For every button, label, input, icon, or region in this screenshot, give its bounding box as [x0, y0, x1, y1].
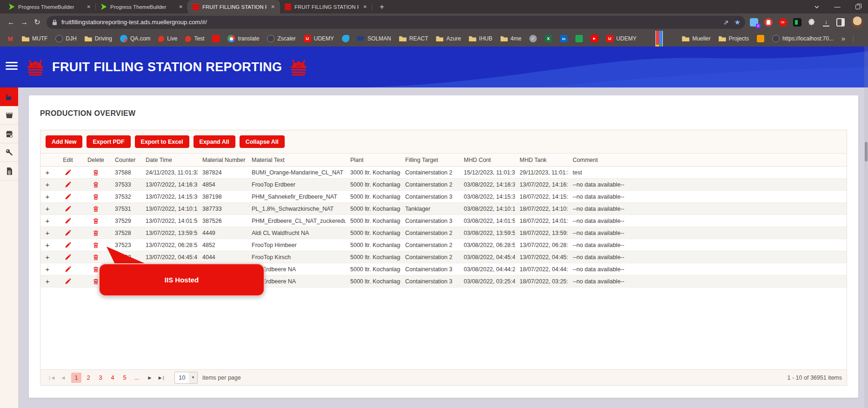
delete-icon[interactable] — [92, 181, 100, 188]
page-size-dropdown[interactable]: 10 ▼ — [174, 372, 198, 384]
expand-row-button[interactable]: + — [46, 277, 50, 285]
minimize-button[interactable]: — — [827, 0, 848, 13]
bookmark-item[interactable]: https://localhost:70... — [772, 35, 834, 42]
sidebar-item-container-station[interactable] — [0, 106, 18, 125]
restore-button[interactable] — [848, 0, 868, 13]
expand-row-button[interactable]: + — [46, 168, 50, 176]
tab-search-chevron-icon[interactable] — [807, 0, 827, 13]
bookmark-item[interactable]: SOLMAN — [357, 35, 391, 42]
column-header-material-number[interactable]: Material Number — [198, 157, 247, 163]
edit-icon[interactable] — [64, 193, 72, 201]
delete-icon[interactable] — [92, 169, 100, 176]
bookmark-item[interactable] — [757, 35, 764, 42]
column-header-delete[interactable]: Delete — [81, 157, 110, 163]
pager-page[interactable]: ... — [132, 373, 142, 383]
collapse-all-button[interactable]: Collapse All — [240, 135, 285, 148]
bookmark-item[interactable]: DJH — [55, 35, 76, 42]
column-header-comment[interactable]: Comment — [568, 157, 633, 163]
expand-row-button[interactable]: + — [46, 253, 50, 261]
edit-icon[interactable] — [64, 241, 72, 249]
edit-icon[interactable] — [64, 254, 72, 261]
edit-icon[interactable] — [64, 205, 72, 213]
extension-hand-icon[interactable] — [764, 18, 773, 27]
extensions-puzzle-icon[interactable] — [808, 18, 816, 27]
extension-infinity-icon[interactable]: ∞ — [779, 18, 787, 27]
bookmark-item[interactable]: MUTF — [22, 35, 47, 42]
delete-icon[interactable] — [92, 193, 100, 201]
tab-close-icon[interactable]: ✕ — [178, 4, 184, 10]
forward-button[interactable]: → — [18, 18, 31, 27]
edit-icon[interactable] — [64, 169, 72, 176]
column-header-plant[interactable]: Plant — [346, 157, 401, 163]
delete-icon[interactable] — [92, 217, 100, 225]
bookmark-item[interactable]: Test — [185, 35, 204, 42]
address-bar[interactable]: fruitfillingstationreporting-test.ads.mu… — [47, 16, 745, 29]
delete-icon[interactable] — [92, 241, 100, 249]
bookmark-item[interactable]: Projects — [719, 35, 749, 42]
pager-page[interactable]: 4 — [107, 373, 118, 383]
bookmark-item[interactable]: Zscaler — [267, 35, 295, 42]
add-new-button[interactable]: Add New — [46, 135, 82, 148]
tab-close-icon[interactable]: ✕ — [362, 4, 368, 10]
expand-row-button[interactable]: + — [46, 193, 50, 201]
bookmark-item[interactable]: IHUB — [469, 35, 493, 42]
expand-row-button[interactable]: + — [46, 265, 50, 273]
download-icon[interactable]: ↓ — [823, 18, 829, 27]
export-pdf-button[interactable]: Export PDF — [87, 135, 130, 148]
profile-avatar[interactable] — [851, 16, 863, 28]
pager-page[interactable]: 2 — [83, 373, 93, 383]
expand-row-button[interactable]: + — [46, 241, 50, 249]
extension-dark-icon[interactable] — [793, 18, 801, 27]
extension-ghost-icon[interactable]: 0 — [750, 18, 758, 27]
column-header-edit[interactable]: Edit — [54, 157, 81, 163]
bookmark-item[interactable] — [591, 35, 598, 42]
expand-row-button[interactable]: + — [46, 229, 50, 237]
pager-last-button[interactable]: ▶❘ — [156, 375, 168, 380]
expand-row-button[interactable]: + — [46, 217, 50, 225]
edit-icon[interactable] — [64, 266, 72, 273]
expand-all-button[interactable]: Expand All — [194, 135, 235, 148]
pager-next-button[interactable]: ▶ — [144, 375, 156, 380]
bookmark-star-icon[interactable]: ★ — [734, 18, 741, 27]
bookmark-item[interactable]: UDEMY — [606, 35, 636, 42]
bookmark-item[interactable] — [7, 35, 14, 42]
delete-icon[interactable] — [92, 205, 100, 213]
bookmark-item[interactable]: 4me — [501, 35, 521, 42]
delete-icon[interactable] — [92, 229, 100, 237]
pager-prev-button[interactable]: ◀ — [57, 375, 69, 380]
edit-icon[interactable] — [64, 229, 72, 237]
bookmark-item[interactable] — [529, 35, 537, 42]
bookmark-item[interactable] — [342, 35, 349, 42]
tab-close-icon[interactable]: ✕ — [270, 4, 276, 10]
bookmark-item[interactable]: » — [841, 35, 845, 42]
expand-row-button[interactable]: + — [46, 181, 50, 188]
sidebar-item-production-overview[interactable] — [0, 87, 18, 106]
expand-row-button[interactable]: + — [46, 205, 50, 213]
pager-page[interactable]: 1 — [71, 373, 81, 383]
edit-icon[interactable] — [64, 278, 72, 285]
bookmark-item[interactable] — [212, 35, 220, 42]
column-header-mhd-tank[interactable]: MHD Tank — [515, 157, 568, 163]
browser-tab[interactable]: Progress ThemeBuilder ✕ — [4, 0, 96, 13]
back-button[interactable]: ← — [5, 18, 18, 27]
sidebar-item-shop-lock[interactable] — [0, 125, 18, 143]
column-header-material-text[interactable]: Material Text — [247, 157, 346, 163]
edit-icon[interactable] — [64, 217, 72, 225]
new-tab-button[interactable]: + — [376, 2, 388, 13]
scrollbar-thumb[interactable] — [865, 142, 868, 161]
menu-hamburger-icon[interactable] — [6, 62, 18, 70]
column-header-filling-target[interactable]: Filling Target — [401, 157, 459, 163]
pager-page[interactable]: 5 — [120, 373, 130, 383]
reload-button[interactable]: ↻ — [31, 18, 44, 27]
export-to-excel-button[interactable]: Export to Excel — [135, 135, 189, 148]
bookmark-item[interactable]: translate — [227, 35, 259, 42]
sidebar-item-access-keys[interactable] — [0, 143, 18, 162]
column-header-counter[interactable]: Counter — [110, 157, 141, 163]
bookmark-item[interactable]: Driving — [85, 35, 112, 42]
bookmark-item[interactable] — [545, 35, 552, 42]
browser-tab[interactable]: FRUIT FILLING STATION REPORT ✕ — [280, 0, 372, 13]
bookmark-item[interactable]: UDEMY — [304, 35, 334, 42]
tab-close-icon[interactable]: ✕ — [86, 4, 92, 10]
browser-tab[interactable]: Progress ThemeBuilder ✕ — [96, 0, 188, 13]
share-icon[interactable]: ⇗ — [723, 19, 729, 26]
